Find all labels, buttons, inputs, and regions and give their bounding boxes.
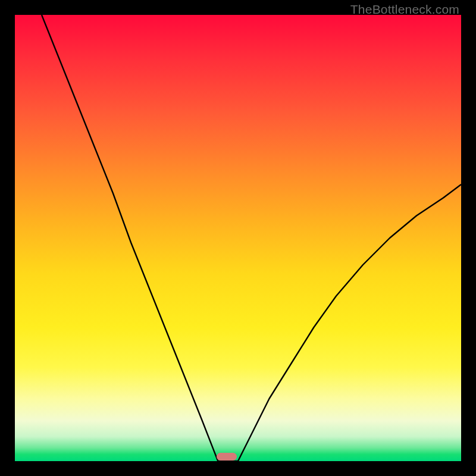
optimal-marker [217, 453, 237, 461]
plot-area [15, 15, 461, 461]
chart-frame: TheBottleneck.com [0, 0, 476, 476]
curve-svg [15, 15, 461, 461]
bottleneck-curve [42, 15, 461, 461]
